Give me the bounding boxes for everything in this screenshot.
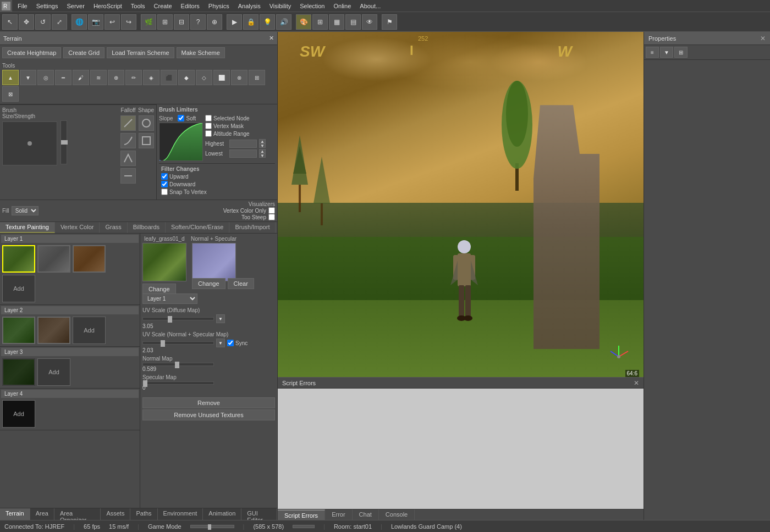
menu-server[interactable]: Server (62, 2, 89, 10)
fill-select[interactable]: Solid (12, 206, 38, 215)
se-tab-chat[interactable]: Chat (353, 509, 379, 520)
toolbar-select[interactable]: ↖ (2, 14, 18, 30)
layer-1-thumb-3[interactable] (73, 245, 106, 273)
toolbar-move[interactable]: ✥ (19, 14, 34, 30)
menu-physics[interactable]: Physics (204, 2, 234, 10)
tool-flatten[interactable]: ━ (55, 70, 72, 85)
toolbar-world[interactable]: 🌐 (72, 14, 87, 30)
vertex-color-checkbox[interactable] (268, 207, 275, 214)
tab-texture-painting[interactable]: Texture Painting (0, 222, 55, 233)
tab-vertex-color[interactable]: Vertex Color (55, 222, 100, 233)
upward-checkbox[interactable] (161, 173, 168, 180)
clear-button[interactable]: Clear (228, 278, 254, 289)
snap-to-vertex-checkbox[interactable] (161, 189, 168, 195)
sync-checkbox[interactable] (227, 340, 234, 346)
layer-4-add-button[interactable]: Add (2, 400, 35, 428)
prop-view-button[interactable]: ⊞ (674, 47, 688, 58)
shape-circle-button[interactable] (139, 115, 154, 131)
tool-misc2[interactable]: ⬜ (213, 70, 230, 85)
toolbar-pointer[interactable]: ▶ (227, 14, 242, 30)
falloff-sharp-button[interactable] (120, 151, 136, 166)
toolbar-help[interactable]: ? (190, 14, 206, 30)
soft-checkbox[interactable] (178, 115, 184, 121)
tab-billboards[interactable]: Billboards (128, 222, 166, 233)
menu-visibility[interactable]: Visibility (265, 2, 296, 10)
downward-checkbox[interactable] (161, 181, 168, 187)
script-errors-content[interactable] (278, 389, 644, 509)
altitude-range-checkbox[interactable] (205, 130, 212, 137)
toolbar-view[interactable]: 👁 (362, 14, 377, 30)
remove-unused-button[interactable]: Remove Unused Textures (142, 409, 275, 420)
status-slider[interactable] (190, 525, 234, 528)
menu-selection[interactable]: Selection (295, 2, 329, 10)
tool-misc5[interactable]: ⊠ (2, 86, 19, 102)
tab-terrain[interactable]: Terrain (0, 508, 30, 520)
layer-3-add-button[interactable]: Add (37, 358, 70, 386)
lowest-down-button[interactable]: ▼ (259, 153, 266, 158)
toolbar-camera[interactable]: 📷 (88, 14, 103, 30)
prop-filter-button[interactable]: ▼ (660, 47, 673, 58)
tab-soften-clone-erase[interactable]: Soften/Clone/Erase (166, 222, 229, 233)
tool-select[interactable]: ✏ (125, 70, 142, 85)
toolbar-flag[interactable]: ⚑ (382, 14, 397, 30)
highest-down-button[interactable]: ▼ (259, 143, 266, 148)
tool-paint[interactable]: 🖌 (73, 70, 89, 85)
menu-file[interactable]: File (13, 2, 32, 10)
too-steep-checkbox[interactable] (268, 214, 275, 220)
tab-area-organizer[interactable]: Area Organizer (54, 508, 101, 520)
create-grid-button[interactable]: Create Grid (63, 47, 105, 58)
toolbar-grid4[interactable]: ▦ (329, 14, 344, 30)
highest-input[interactable] (229, 140, 257, 148)
remove-button[interactable]: Remove (142, 397, 275, 408)
tool-misc1[interactable]: ◇ (196, 70, 212, 85)
layer-2-thumb-1[interactable] (2, 317, 35, 344)
toolbar-grass[interactable]: 🌿 (141, 14, 156, 30)
tab-environment[interactable]: Environment (158, 508, 204, 520)
toolbar-grid5[interactable]: ▤ (345, 14, 361, 30)
falloff-flat-button[interactable] (120, 168, 136, 184)
uv-diffuse-track[interactable] (142, 317, 214, 320)
toolbar-scale[interactable]: ⤢ (52, 14, 67, 30)
tool-stamp[interactable]: ◈ (143, 70, 160, 85)
menu-create[interactable]: Create (150, 2, 177, 10)
brush-strength-slider[interactable] (61, 120, 67, 164)
menu-settings[interactable]: Settings (32, 2, 63, 10)
tool-misc4[interactable]: ⊞ (249, 70, 265, 85)
toolbar-rotate[interactable]: ↺ (35, 14, 51, 30)
change-diffuse-button[interactable]: Change (142, 284, 176, 295)
tool-raise[interactable]: ▲ (2, 70, 19, 85)
toolbar-grid2[interactable]: ⊟ (174, 14, 189, 30)
vertex-mask-checkbox[interactable] (205, 123, 212, 129)
toolbar-help2[interactable]: ⊕ (207, 14, 222, 30)
falloff-smooth-button[interactable] (120, 133, 136, 148)
uv-normal-dropdown-button[interactable]: ▼ (216, 339, 225, 347)
tool-noise[interactable]: ⊕ (108, 70, 124, 85)
menu-online[interactable]: Online (329, 2, 356, 10)
tab-gui-editor[interactable]: GUI Editor (241, 508, 277, 520)
layer-2-add-button[interactable]: Add (73, 317, 106, 344)
tab-paths[interactable]: Paths (130, 508, 157, 520)
uv-diffuse-dropdown-button[interactable]: ▼ (216, 314, 225, 323)
layer-2-thumb-2[interactable] (37, 317, 70, 344)
specular-map-track[interactable] (142, 381, 214, 385)
layer-select[interactable]: Layer 1 Layer 2 Layer 3 Layer 4 (142, 293, 197, 304)
menu-analysis[interactable]: Analysis (234, 2, 265, 10)
make-scheme-button[interactable]: Make Scheme (177, 47, 225, 58)
toolbar-sound[interactable]: 🔊 (276, 14, 292, 30)
lowest-input[interactable] (229, 149, 257, 158)
toolbar-grid3[interactable]: ⊞ (312, 14, 328, 30)
tool-lower[interactable]: ▼ (20, 70, 36, 85)
properties-close-button[interactable]: ✕ (760, 35, 766, 42)
falloff-linear-button[interactable] (120, 115, 136, 131)
create-heightmap-button[interactable]: Create Heightmap (2, 47, 61, 58)
viewport[interactable]: 64:6 SW I W 252 Script Errors ✕ Script E… (278, 32, 644, 520)
normal-map-track[interactable] (142, 363, 214, 366)
prop-sort-button[interactable]: ≡ (646, 47, 659, 58)
tab-area[interactable]: Area (30, 508, 54, 520)
layer-3-thumb-1[interactable] (2, 358, 35, 386)
toolbar-paint[interactable]: 🎨 (296, 14, 311, 30)
panel-scroll[interactable]: Create Heightmap Create Grid Load Terrai… (0, 45, 277, 508)
tab-brush-import[interactable]: Brush/Import (229, 222, 276, 233)
terrain-close-button[interactable]: ✕ (269, 35, 274, 42)
layer-1-thumb-1[interactable] (2, 245, 35, 273)
